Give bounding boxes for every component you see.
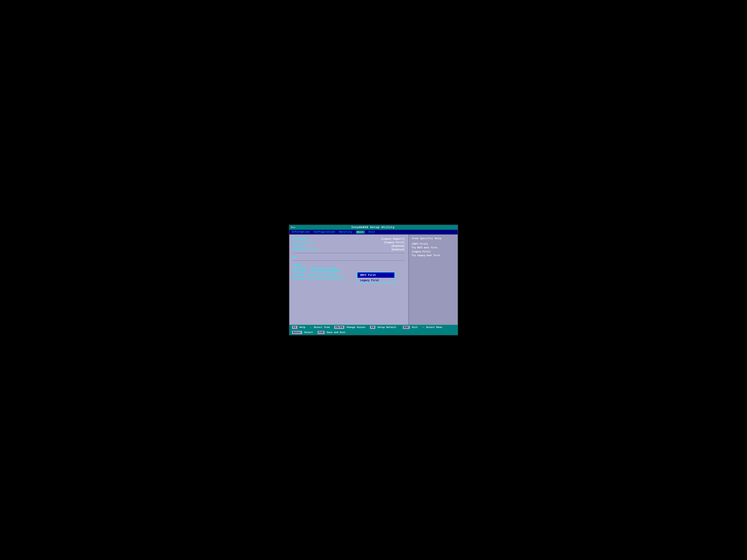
pxe-boot-label: PXE Boot to LAN bbox=[293, 248, 317, 251]
help-line-3: Try legacy boot first. bbox=[412, 254, 455, 258]
esc-desc: Exit bbox=[412, 326, 418, 329]
menu-item-boot[interactable]: Boot bbox=[356, 231, 365, 234]
usb-boot-value[interactable]: [Enabled] bbox=[391, 245, 405, 247]
updown-icon: ↕ bbox=[310, 326, 311, 329]
rev-label: Rev bbox=[291, 226, 295, 229]
boot-priority-dropdown[interactable]: UEFI First Legacy First bbox=[357, 272, 395, 284]
pxe-boot-row: PXE Boot to LAN [Enabled] bbox=[293, 248, 405, 251]
app-title: InsydeH2O Setup Utility bbox=[295, 226, 450, 229]
footer-bar: F1 Help ↕ Select Item F5/F6 Change Value… bbox=[289, 325, 458, 335]
dropdown-legacy-first[interactable]: Legacy First bbox=[358, 278, 394, 283]
help-line-1: Try UEFI boot first. bbox=[412, 246, 455, 250]
menu-item-information[interactable]: Information bbox=[292, 231, 310, 234]
usb-boot-row: USB Boot [Enabled] bbox=[293, 245, 405, 247]
leftright-icon: ↔ bbox=[422, 326, 424, 329]
boot-priority-value[interactable]: [Legacy First] bbox=[384, 241, 405, 244]
esc-key: ESC bbox=[403, 326, 410, 329]
menu-item-security[interactable]: Security bbox=[339, 231, 352, 234]
boot-priority-row: Boot Priority [Legacy First] bbox=[293, 241, 405, 244]
help-line-2: [Legacy First] bbox=[412, 250, 455, 254]
f1-key: F1 bbox=[292, 326, 298, 329]
pxe-boot-value[interactable]: [Enabled] bbox=[391, 248, 405, 251]
boot-priority-label: Boot Priority bbox=[293, 241, 313, 244]
updown-desc: Select Item bbox=[314, 326, 330, 329]
f10-desc: Save and Exit bbox=[327, 331, 345, 334]
menu-bar: Information Configuration Security Boot … bbox=[289, 230, 458, 235]
device-sata-hdd: SATA HDD : ST500LT012-1DG142 bbox=[293, 267, 405, 270]
bios-screen: Rev InsydeH2O Setup Utility Information … bbox=[289, 224, 458, 336]
enter-key: Enter bbox=[292, 331, 302, 334]
enter-desc: Select bbox=[304, 331, 313, 334]
title-bar: Rev InsydeH2O Setup Utility bbox=[289, 225, 458, 230]
usb-boot-label: USB Boot bbox=[293, 245, 306, 247]
menu-item-configuration[interactable]: Configuration bbox=[314, 231, 335, 234]
f5f6-key: F5/F6 bbox=[334, 326, 344, 329]
boot-mode-row: Boot Mode [Legacy Support] bbox=[293, 238, 405, 240]
boot-mode-label: Boot Mode bbox=[293, 238, 307, 240]
left-panel: Boot Mode [Legacy Support] Boot Priority… bbox=[289, 235, 409, 325]
f1-desc: Help bbox=[300, 326, 306, 329]
leftright-desc: Select Menu bbox=[426, 326, 442, 329]
legacy-section-header: Legacy bbox=[293, 263, 405, 266]
dropdown-uefi-first[interactable]: UEFI First bbox=[358, 272, 394, 278]
f9-desc: Setup Default bbox=[378, 326, 396, 329]
f10-key: F10 bbox=[317, 331, 325, 334]
efi-section-header: EFI bbox=[293, 256, 405, 259]
f9-key: F9 bbox=[370, 326, 376, 329]
main-content: Boot Mode [Legacy Support] Boot Priority… bbox=[289, 235, 458, 325]
menu-item-exit[interactable]: Exit bbox=[369, 231, 375, 234]
f5f6-desc: Change Values bbox=[346, 326, 365, 329]
help-line-0: [UEFI First] bbox=[412, 242, 455, 246]
right-panel: Item Specific Help [UEFI First] Try UEFI… bbox=[409, 235, 458, 325]
help-text: [UEFI First] Try UEFI boot first. [Legac… bbox=[412, 242, 455, 258]
boot-mode-value[interactable]: [Legacy Support] bbox=[381, 238, 405, 240]
help-title: Item Specific Help bbox=[412, 237, 455, 240]
